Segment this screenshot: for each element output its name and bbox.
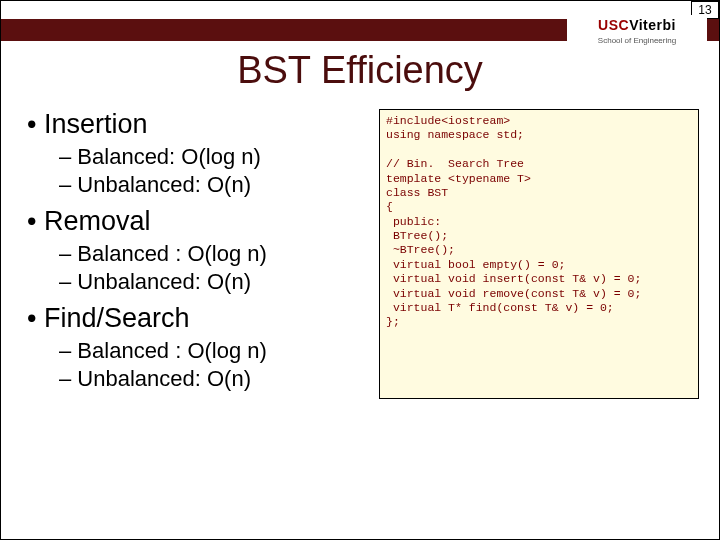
- code-snippet: #include<iostream> using namespace std; …: [379, 109, 699, 399]
- bullet-find: Find/Search: [27, 303, 190, 333]
- usc-viterbi-logo: USCViterbi School of Engineering: [567, 15, 707, 51]
- logo-subtitle: School of Engineering: [567, 36, 707, 45]
- sub-bullet: Balanced: O(log n): [59, 144, 357, 170]
- sub-bullet: Balanced : O(log n): [59, 241, 357, 267]
- sub-bullet: Unbalanced: O(n): [59, 366, 357, 392]
- sub-bullet: Unbalanced: O(n): [59, 172, 357, 198]
- sub-bullet: Unbalanced: O(n): [59, 269, 357, 295]
- bullet-removal: Removal: [27, 206, 151, 236]
- bullet-insertion: Insertion: [27, 109, 148, 139]
- logo-viterbi: Viterbi: [629, 17, 676, 33]
- slide: 13 USCViterbi School of Engineering BST …: [0, 0, 720, 540]
- logo-usc: USC: [598, 17, 629, 33]
- slide-title: BST Efficiency: [1, 49, 719, 92]
- bullet-content: Insertion Balanced: O(log n) Unbalanced:…: [27, 109, 357, 400]
- sub-bullet: Balanced : O(log n): [59, 338, 357, 364]
